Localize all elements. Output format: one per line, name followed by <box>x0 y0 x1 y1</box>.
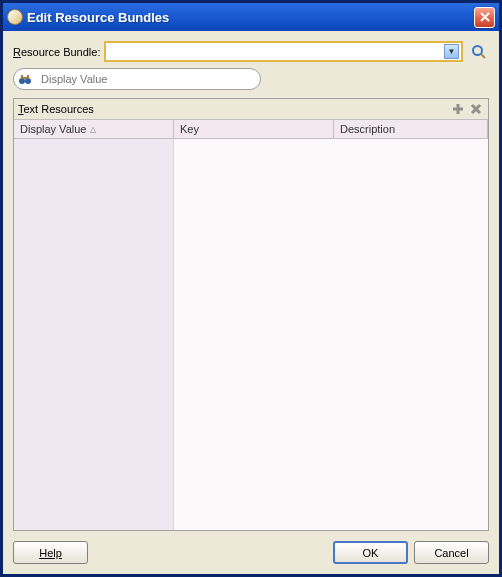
display-value-column-bg <box>14 139 174 530</box>
button-bar: Help OK Cancel <box>13 531 489 564</box>
filter-input[interactable] <box>39 72 250 86</box>
filter-row <box>13 68 489 90</box>
cancel-button[interactable]: Cancel <box>414 541 489 564</box>
svg-rect-6 <box>23 77 27 79</box>
close-icon[interactable] <box>474 7 495 28</box>
title-bar[interactable]: Edit Resource Bundles <box>3 3 499 31</box>
table-header: Display Value △ Key Description <box>14 120 488 139</box>
resource-bundle-combo[interactable]: ▼ <box>104 41 463 62</box>
column-display-value[interactable]: Display Value △ <box>14 120 174 138</box>
section-title: Text Resources <box>18 103 448 115</box>
section-header: Text Resources <box>14 99 488 120</box>
sort-ascending-icon: △ <box>90 125 96 134</box>
dialog-content: Resource Bundle: ▼ <box>3 31 499 574</box>
binoculars-icon <box>17 71 33 87</box>
svg-point-0 <box>473 46 482 55</box>
svg-line-1 <box>481 54 485 58</box>
ok-button[interactable]: OK <box>333 541 408 564</box>
app-icon <box>7 9 23 25</box>
resource-bundle-label: Resource Bundle: <box>13 46 100 58</box>
filter-input-wrapper[interactable] <box>13 68 261 90</box>
dialog-window: Edit Resource Bundles Resource Bundle: ▼ <box>0 0 502 577</box>
help-button[interactable]: Help <box>13 541 88 564</box>
search-icon[interactable] <box>469 42 489 62</box>
window-title: Edit Resource Bundles <box>27 10 474 25</box>
delete-icon[interactable] <box>468 101 484 117</box>
add-icon[interactable] <box>450 101 466 117</box>
resource-bundle-row: Resource Bundle: ▼ <box>13 41 489 62</box>
column-description[interactable]: Description <box>334 120 488 138</box>
column-key[interactable]: Key <box>174 120 334 138</box>
chevron-down-icon: ▼ <box>444 44 459 59</box>
table-body <box>14 139 488 530</box>
svg-rect-4 <box>21 75 23 79</box>
text-resources-section: Text Resources Display Value △ Key Descr… <box>13 98 489 531</box>
svg-rect-5 <box>27 75 29 79</box>
